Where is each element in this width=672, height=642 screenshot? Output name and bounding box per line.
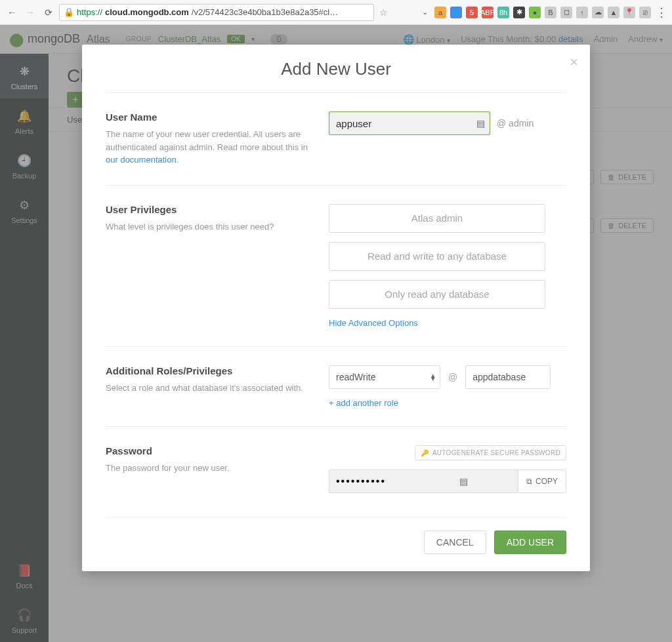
url-path: /v2/574423c3e4b0ba1b3e8a2a35#cl…: [192, 7, 369, 17]
privileges-label: User Privileges: [106, 204, 316, 215]
add-user-modal: × Add New User User Name The name of you…: [82, 45, 590, 571]
drive-ext-icon[interactable]: ▲: [608, 7, 620, 18]
section-roles: Additional Roles/Privileges Select a rol…: [106, 347, 566, 427]
pocket-ext-icon[interactable]: ⌄: [419, 7, 430, 18]
ext-icon[interactable]: B: [545, 7, 556, 18]
auth-db-label: @ admin: [497, 118, 534, 129]
role-select[interactable]: readWrite ▴▾: [329, 365, 440, 389]
amazon-ext-icon[interactable]: a: [434, 7, 446, 18]
forward-button[interactable]: →: [22, 5, 38, 20]
add-role-link[interactable]: + add another role: [329, 398, 566, 408]
section-username: User Name The name of your new user cred…: [106, 93, 566, 186]
browser-chrome: ← → ⟳ 🔒 https:// cloud.mongodb.com /v2/5…: [0, 0, 672, 25]
role-database-input[interactable]: [465, 365, 551, 389]
calendar-ext-icon[interactable]: 8h: [497, 7, 509, 18]
modal-footer: CANCEL ADD USER: [106, 517, 566, 554]
privilege-option-readwrite-any[interactable]: Read and write to any database: [329, 242, 545, 271]
username-label: User Name: [106, 111, 316, 123]
ext-icon[interactable]: ●: [529, 7, 541, 18]
privileges-help: What level is privileges does this user …: [106, 220, 316, 233]
close-button[interactable]: ×: [570, 54, 578, 71]
abp-ext-icon[interactable]: ABP: [482, 7, 494, 18]
autogenerate-password-button[interactable]: 🔑 AUTOGENERATE SECURE PASSWORD: [415, 445, 566, 460]
lock-icon: 🔒: [64, 7, 74, 17]
password-label: Password: [106, 445, 316, 456]
omnibox[interactable]: 🔒 https:// cloud.mongodb.com /v2/574423c…: [59, 4, 374, 21]
browser-menu-button[interactable]: ⋮: [655, 5, 668, 20]
privilege-option-atlas-admin[interactable]: Atlas admin: [329, 204, 545, 233]
docs-link[interactable]: our documentation: [106, 155, 177, 165]
cancel-button[interactable]: CANCEL: [424, 531, 486, 554]
cast-ext-icon[interactable]: ⎚: [639, 7, 651, 18]
key-icon: 🔑: [421, 449, 429, 456]
ext-icon[interactable]: ◻: [560, 7, 572, 18]
section-password: Password The password for your new user.…: [106, 427, 566, 512]
reload-button[interactable]: ⟳: [41, 5, 56, 20]
translate-ext-icon[interactable]: 🌐: [450, 7, 462, 18]
username-input[interactable]: [329, 111, 490, 135]
adblock-ext-icon[interactable]: 5: [466, 7, 478, 18]
lastpass-icon[interactable]: ▤: [476, 118, 485, 129]
url-host: cloud.mongodb.com: [105, 7, 189, 17]
copy-icon: ⧉: [526, 477, 532, 486]
password-input[interactable]: [329, 470, 518, 493]
star-icon[interactable]: ☆: [379, 7, 388, 18]
back-button[interactable]: ←: [4, 5, 20, 20]
username-help: The name of your new user credential. Al…: [106, 128, 316, 167]
copy-password-button[interactable]: ⧉ COPY: [518, 470, 566, 493]
password-help: The password for your new user.: [106, 462, 316, 475]
roles-label: Additional Roles/Privileges: [106, 365, 316, 376]
url-scheme: https://: [77, 7, 102, 17]
sort-icon: ▴▾: [431, 373, 435, 380]
roles-help: Select a role and what database it's ass…: [106, 382, 316, 395]
lastpass-icon[interactable]: ▤: [459, 476, 468, 487]
maps-ext-icon[interactable]: 📍: [623, 7, 635, 18]
modal-overlay[interactable]: × Add New User User Name The name of you…: [0, 25, 672, 642]
modal-title: Add New User: [106, 59, 566, 92]
toggle-advanced-link[interactable]: Hide Advanced Options: [329, 318, 566, 328]
extension-icons: ⌄ a 🌐 5 ABP 8h ✱ ● B ◻ ↑ ☁ ▲ 📍 ⎚ ⋮: [419, 5, 668, 20]
section-privileges: User Privileges What level is privileges…: [106, 186, 566, 347]
ext-icon[interactable]: ↑: [576, 7, 588, 18]
evernote-ext-icon[interactable]: ✱: [513, 7, 525, 18]
ext-icon[interactable]: ☁: [592, 7, 604, 18]
add-user-button[interactable]: ADD USER: [494, 531, 566, 554]
privilege-option-read-any[interactable]: Only read any database: [329, 280, 545, 309]
